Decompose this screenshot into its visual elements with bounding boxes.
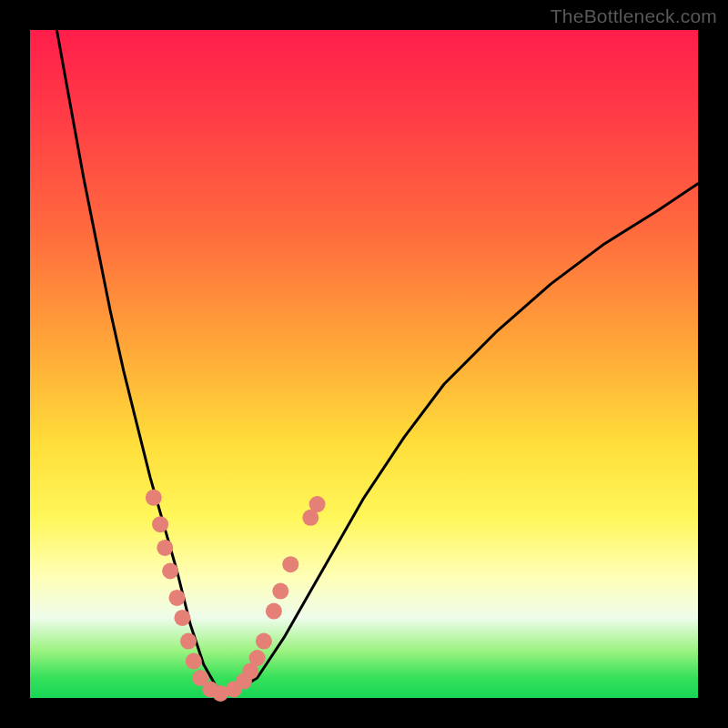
curve-marker <box>266 603 282 620</box>
curve-marker <box>186 653 202 670</box>
curve-marker <box>272 583 288 600</box>
curve-marker <box>169 590 186 606</box>
curve-marker <box>157 540 173 556</box>
marker-group <box>146 490 326 702</box>
curve-marker <box>174 610 190 626</box>
curve-marker <box>180 633 197 650</box>
curve-path <box>56 30 698 694</box>
curve-marker <box>249 650 266 666</box>
chart-plot-area <box>30 30 698 698</box>
chart-frame: TheBottleneck.com <box>0 0 728 728</box>
curve-marker <box>256 633 272 650</box>
curve-marker <box>162 563 178 580</box>
bottleneck-curve <box>56 30 698 694</box>
curve-marker <box>309 496 326 512</box>
curve-marker <box>152 516 168 532</box>
curve-marker <box>146 490 162 506</box>
chart-svg <box>30 30 698 698</box>
curve-marker <box>282 556 298 572</box>
watermark-text: TheBottleneck.com <box>551 5 717 27</box>
